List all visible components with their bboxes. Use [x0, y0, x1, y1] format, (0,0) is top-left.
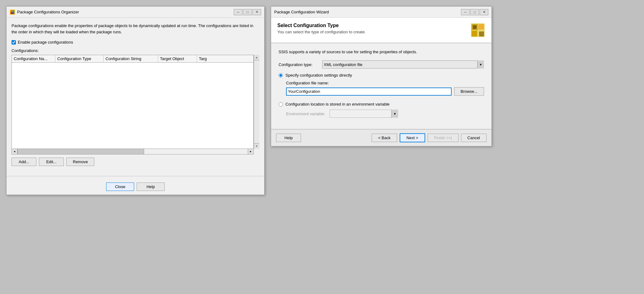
wizard-window: Package Configuration Wizard ─ □ ✕ Selec…: [271, 6, 492, 146]
organizer-content: Package configurations enable the proper…: [7, 18, 264, 173]
env-var-select-wrapper: ▼: [330, 110, 398, 118]
organizer-title-left: Package Configurations Organizer: [10, 9, 79, 15]
col-targ: Targ: [197, 55, 222, 62]
scroll-left-button[interactable]: ◄: [12, 149, 17, 154]
config-file-sub-form: Configuration file name: Browse...: [286, 81, 484, 96]
wizard-title-controls: ─ □ ✕: [461, 9, 488, 15]
enable-checkbox[interactable]: [12, 40, 16, 45]
wizard-footer: Help < Back Next > Finish >>| Cancel: [271, 129, 491, 146]
organizer-maximize-button[interactable]: □: [243, 9, 252, 15]
wizard-close-button[interactable]: ✕: [480, 9, 488, 15]
organizer-description: Package configurations enable the proper…: [12, 23, 259, 35]
config-type-label: Configuration type:: [279, 62, 319, 67]
edit-button[interactable]: Edit...: [39, 158, 64, 166]
radio1-row: Specify configuration settings directly: [279, 73, 484, 78]
wizard-minimize-button[interactable]: ─: [461, 9, 470, 15]
enable-checkbox-label: Enable package configurations: [18, 40, 73, 45]
wizard-subheading: You can select the type of configuration…: [277, 30, 366, 34]
organizer-window: Package Configurations Organizer ─ □ ✕ P…: [6, 6, 265, 195]
col-config-type: Configuration Type: [55, 55, 104, 62]
env-var-row: Environment variable: ▼: [286, 110, 484, 118]
radio2-label: Configuration location is stored in an e…: [285, 102, 390, 107]
finish-button[interactable]: Finish >>|: [428, 134, 458, 142]
next-button[interactable]: Next >: [400, 133, 425, 142]
env-var-sub-form: Environment variable: ▼: [286, 110, 484, 118]
wizard-title-text: Package Configuration Wizard: [274, 10, 329, 14]
help-button[interactable]: Help: [137, 183, 165, 191]
organizer-footer-buttons: Close Help: [7, 179, 264, 195]
configurations-table: Configuration Na... Configuration Type C…: [12, 55, 254, 149]
radio-env-variable[interactable]: [279, 102, 283, 107]
organizer-title-bar: Package Configurations Organizer ─ □ ✕: [7, 7, 264, 18]
scroll-up-button[interactable]: ▲: [254, 55, 259, 60]
svg-rect-1: [11, 10, 12, 12]
table-body: [12, 63, 253, 149]
env-var-select: [330, 110, 398, 118]
browse-button[interactable]: Browse...: [454, 87, 484, 96]
config-type-select[interactable]: XML configuration fileEnvironment variab…: [322, 60, 484, 69]
config-file-label: Configuration file name:: [286, 81, 484, 85]
env-var-label: Environment variable:: [286, 111, 327, 116]
wizard-content: SSIS supports a variety of sources to us…: [271, 43, 491, 129]
table-header: Configuration Na... Configuration Type C…: [12, 55, 253, 63]
col-config-string: Configuration String: [104, 55, 158, 62]
config-type-row: Configuration type: XML configuration fi…: [279, 60, 484, 69]
wizard-maximize-button[interactable]: □: [470, 9, 479, 15]
organizer-title-text: Package Configurations Organizer: [17, 10, 79, 14]
enable-checkbox-row: Enable package configurations: [12, 40, 259, 45]
organizer-minimize-button[interactable]: ─: [234, 9, 242, 15]
svg-rect-9: [473, 25, 477, 29]
radio-section: Specify configuration settings directly …: [279, 73, 484, 118]
radio-specify-directly[interactable]: [279, 73, 283, 78]
back-button[interactable]: < Back: [372, 134, 397, 142]
horizontal-scrollbar[interactable]: ◄ ►: [12, 149, 254, 154]
h-scroll-thumb: [17, 149, 144, 154]
svg-rect-3: [12, 10, 14, 12]
config-file-input[interactable]: [286, 88, 452, 96]
wizard-header-text: Select Configuration Type You can select…: [277, 23, 366, 34]
action-buttons: Add... Edit... Remove: [12, 158, 259, 166]
wizard-heading: Select Configuration Type: [277, 23, 366, 28]
wizard-help-button[interactable]: Help: [276, 134, 301, 142]
wizard-title-bar: Package Configuration Wizard ─ □ ✕: [271, 7, 491, 18]
ssis-title-icon: [10, 9, 15, 15]
radio2-row: Configuration location is stored in an e…: [279, 102, 484, 107]
close-button[interactable]: Close: [106, 183, 134, 191]
svg-rect-10: [479, 31, 484, 36]
config-type-select-wrapper: XML configuration fileEnvironment variab…: [322, 60, 484, 69]
vertical-scrollbar[interactable]: ▲ ▼: [254, 55, 259, 149]
configurations-label: Configurations:: [12, 48, 259, 53]
h-scroll-track: [17, 149, 248, 154]
col-target-object: Target Object: [158, 55, 197, 62]
svg-rect-8: [472, 31, 477, 36]
organizer-title-controls: ─ □ ✕: [234, 9, 261, 15]
svg-rect-4: [11, 12, 12, 14]
configurations-table-wrapper: Configuration Na... Configuration Type C…: [12, 55, 259, 149]
wizard-header-icon: [470, 23, 485, 38]
wizard-title-left: Package Configuration Wizard: [274, 10, 329, 14]
add-button[interactable]: Add...: [12, 158, 36, 166]
cancel-button[interactable]: Cancel: [461, 134, 487, 142]
svg-rect-7: [478, 24, 484, 30]
organizer-divider: [7, 176, 264, 176]
scroll-down-button[interactable]: ▼: [254, 143, 259, 149]
remove-button[interactable]: Remove: [66, 158, 94, 166]
svg-rect-2: [12, 12, 14, 14]
wizard-header: Select Configuration Type You can select…: [271, 18, 491, 43]
config-file-input-row: Browse...: [286, 87, 484, 96]
radio1-label: Specify configuration settings directly: [285, 73, 352, 78]
organizer-close-button[interactable]: ✕: [252, 9, 261, 15]
scroll-right-button[interactable]: ►: [248, 149, 253, 154]
wizard-description: SSIS supports a variety of sources to us…: [279, 50, 484, 54]
col-config-name: Configuration Na...: [12, 55, 55, 62]
scroll-track: [254, 60, 259, 143]
